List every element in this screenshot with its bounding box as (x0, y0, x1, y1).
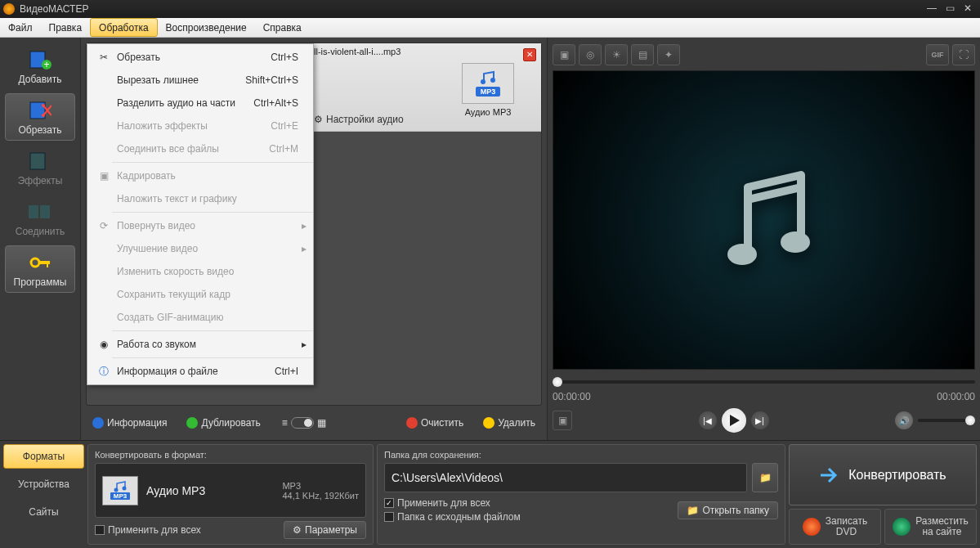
grid-view-icon[interactable]: ▦ (317, 417, 326, 429)
format-apply-all-checkbox[interactable]: Применить для всех (95, 524, 201, 536)
info-button[interactable]: Информация (86, 415, 173, 431)
menu-trim[interactable]: ✂ОбрезатьCtrl+S (87, 46, 313, 69)
file-format-box[interactable]: MP3 Аудио MP3 (458, 63, 518, 117)
source-folder-checkbox[interactable]: Папка с исходным файлом (384, 511, 521, 523)
menu-audio-work[interactable]: ◉Работа со звуком▸ (87, 333, 313, 356)
next-button[interactable]: ▶| (751, 411, 769, 429)
format-selector[interactable]: MP3 Аудио MP3 MP3 44,1 KHz, 192Кбит (95, 463, 366, 518)
publish-button[interactable]: Разместить на сайте (884, 509, 977, 545)
film-plus-icon: + (27, 48, 53, 71)
svg-point-12 (481, 79, 486, 84)
menu-save-frame: Сохранить текущий кадр (87, 283, 313, 306)
play-button[interactable] (722, 408, 746, 433)
minimize-button[interactable]: — (923, 3, 941, 15)
center-panel: ll-is-violent-all-i....mp3 ✕ ⚙ Настройки… (81, 38, 547, 440)
music-note-icon (113, 481, 128, 492)
output-panel-label: Папка для сохранения: (384, 450, 778, 460)
rotate-icon: ⟳ (94, 220, 114, 231)
close-button[interactable]: ✕ (959, 3, 977, 15)
menubar: Файл Правка Обработка Воспроизведение Сп… (0, 18, 980, 38)
svg-rect-8 (40, 205, 50, 218)
format-panel-label: Конвертировать в формат: (95, 450, 366, 460)
film-cut-icon (27, 99, 53, 122)
menu-edit[interactable]: Правка (41, 18, 91, 37)
volume-button[interactable]: 🔊 (895, 411, 913, 429)
tab-formats[interactable]: Форматы (3, 444, 84, 469)
crop-icon: ▣ (94, 170, 114, 182)
duplicate-button[interactable]: Дублировать (180, 415, 266, 431)
menu-processing[interactable]: Обработка (90, 18, 158, 37)
seek-bar[interactable] (553, 375, 975, 389)
music-note-icon (479, 70, 497, 85)
clear-button[interactable]: Очистить (400, 415, 470, 431)
bottom-panel: Форматы Устройства Сайты Конвертировать … (0, 440, 980, 548)
seek-thumb[interactable] (553, 377, 562, 387)
output-apply-all-checkbox[interactable]: ✓Применить для всех (384, 497, 521, 509)
output-panel: Папка для сохранения: C:\Users\Alex\Vide… (377, 444, 785, 545)
audio-settings-link[interactable]: ⚙ Настройки аудио (314, 114, 404, 125)
svg-point-4 (42, 104, 45, 107)
parameters-button[interactable]: ⚙Параметры (284, 521, 366, 539)
menu-gif: Создать GIF-анимацию (87, 306, 313, 329)
disc-icon: ◉ (94, 339, 114, 350)
convert-button[interactable]: Конвертировать (789, 444, 977, 505)
minus-icon (483, 417, 494, 429)
info-icon (92, 417, 104, 429)
maximize-button[interactable]: ▭ (941, 3, 959, 15)
preview-toolbar: ▣ ◎ ☀ ▤ ✦ GIF ⛶ (553, 43, 975, 67)
svg-point-14 (727, 244, 757, 265)
sidebar-programs[interactable]: Программы (5, 245, 75, 293)
output-path-input[interactable]: C:\Users\Alex\Videos\ (384, 463, 747, 492)
list-view-icon[interactable]: ≡ (282, 417, 288, 429)
svg-rect-6 (30, 153, 45, 169)
sidebar-effects[interactable]: Эффекты (5, 144, 75, 191)
preview-panel: ▣ ◎ ☀ ▤ ✦ GIF ⛶ 00:00:00 00:00:00 ▣ (547, 38, 980, 440)
file-title: ll-is-violent-all-i....mp3 (314, 47, 401, 56)
screenshot-button[interactable]: ▣ (553, 411, 572, 430)
gif-tool-button[interactable]: GIF (926, 44, 949, 65)
cta-column: Конвертировать Записать DVD Разместить н… (789, 444, 977, 545)
menu-cut-extra[interactable]: Вырезать лишнееShift+Ctrl+S (87, 69, 313, 92)
svg-point-5 (42, 114, 45, 117)
folder-icon: 📁 (759, 472, 772, 483)
svg-point-17 (123, 487, 127, 491)
file-list: ll-is-violent-all-i....mp3 ✕ ⚙ Настройки… (86, 43, 542, 406)
camera-tool-button[interactable]: ◎ (579, 44, 602, 65)
menu-split-audio[interactable]: Разделить аудио на частиCtrl+Alt+S (87, 92, 313, 115)
fullscreen-button[interactable]: ⛶ (952, 44, 975, 65)
app-title: ВидеоМАСТЕР (20, 3, 88, 15)
sidebar-trim[interactable]: Обрезать (5, 93, 75, 141)
prev-button[interactable]: |◀ (699, 411, 717, 429)
workspace: + Добавить Обрезать Эффекты Соединить Пр… (0, 38, 980, 440)
tab-sites[interactable]: Сайты (3, 500, 84, 524)
tab-devices[interactable]: Устройства (3, 472, 84, 496)
gear-icon: ⚙ (314, 114, 323, 125)
svg-rect-11 (47, 261, 48, 267)
crop-tool-button[interactable]: ▣ (553, 44, 575, 65)
browse-button[interactable]: 📁 (752, 463, 778, 492)
sidebar-join[interactable]: Соединить (5, 195, 75, 242)
delete-button[interactable]: Удалить (477, 415, 542, 431)
svg-point-16 (114, 488, 119, 492)
time-total: 00:00:00 (937, 391, 975, 402)
time-current: 00:00:00 (553, 391, 591, 402)
volume-slider[interactable] (918, 419, 975, 422)
sidebar-add[interactable]: + Добавить (5, 43, 75, 90)
convert-arrow-icon (819, 465, 840, 486)
menu-file-info[interactable]: ⓘИнформация о файлеCtrl+I (87, 360, 313, 383)
speed-tool-button[interactable]: ✦ (657, 44, 680, 65)
open-folder-button[interactable]: 📁Открыть папку (678, 501, 778, 519)
info-icon: ⓘ (94, 365, 114, 379)
gear-icon: ⚙ (293, 524, 302, 536)
playback-controls: ▣ |◀ ▶| 🔊 (553, 406, 975, 435)
film-tool-button[interactable]: ▤ (631, 44, 654, 65)
menu-help[interactable]: Справка (255, 18, 310, 37)
svg-rect-7 (29, 205, 38, 218)
view-toggle[interactable]: ≡ ▦ (282, 417, 326, 429)
menu-playback[interactable]: Воспроизведение (158, 18, 255, 37)
burn-dvd-button[interactable]: Записать DVD (789, 509, 881, 545)
menu-file[interactable]: Файл (0, 18, 41, 37)
file-remove-button[interactable]: ✕ (523, 48, 536, 61)
brightness-tool-button[interactable]: ☀ (605, 44, 628, 65)
svg-point-13 (490, 78, 495, 83)
